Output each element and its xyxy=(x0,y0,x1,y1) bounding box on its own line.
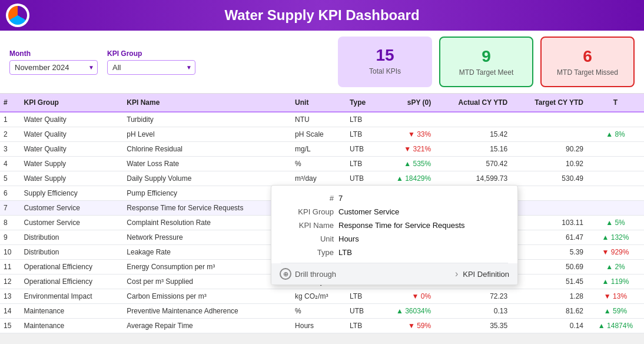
total-kpis-number: 15 xyxy=(352,46,418,65)
mtd-missed-card: 6 MTD Target Missed xyxy=(540,37,635,87)
cell-target: 1.28 xyxy=(511,289,587,304)
cell-type: LTB xyxy=(346,112,377,127)
cell-trend xyxy=(587,201,644,216)
cell-num: 4 xyxy=(0,157,20,171)
popup-hash-label: # xyxy=(281,194,334,203)
cell-kpi-name: pH Level xyxy=(123,127,291,142)
table-row[interactable]: 1 Water Quality Turbidity NTU LTB xyxy=(0,112,644,127)
cell-num: 15 xyxy=(0,319,20,333)
col-target: Target CY YTD xyxy=(511,94,587,112)
popup-unit-label: Unit xyxy=(281,234,334,243)
kpi-detail-popup: # 7 KPI Group Customer Service KPI Name … xyxy=(271,185,518,285)
cell-kpi-group: Environmental Impact xyxy=(20,289,123,304)
cell-num: 9 xyxy=(0,230,20,245)
cell-actual: 15.42 xyxy=(434,127,511,142)
cell-kpi-group: Maintenance xyxy=(20,319,123,333)
mtd-missed-label: MTD Target Missed xyxy=(556,68,619,77)
cell-num: 12 xyxy=(0,274,20,289)
popup-row-num: # 7 xyxy=(281,191,508,205)
mtd-meet-card: 9 MTD Target Meet xyxy=(439,37,533,87)
month-select-wrapper[interactable]: November 2024 xyxy=(9,60,98,75)
cell-unit: m³/day xyxy=(291,171,346,186)
page-title: Water Supply KPI Dashboard xyxy=(224,7,419,24)
mtd-missed-number: 6 xyxy=(556,47,619,66)
cell-type: UTB xyxy=(346,171,377,186)
cell-py: ▼ 0% xyxy=(377,289,434,304)
cell-trend: ▲ 2% xyxy=(587,260,644,274)
cell-unit: % xyxy=(291,304,346,319)
popup-row-kpi-name: KPI Name Response Time for Service Reque… xyxy=(281,219,508,232)
cell-type: LTB xyxy=(346,157,377,171)
cell-trend xyxy=(587,112,644,127)
cell-kpi-group: Operational Efficiency xyxy=(20,260,123,274)
cell-trend: ▲ 132% xyxy=(587,230,644,245)
cell-target: 530.49 xyxy=(511,171,587,186)
cell-target: 5.39 xyxy=(511,245,587,260)
col-kpi-group: KPI Group xyxy=(20,94,123,112)
cell-actual xyxy=(434,112,511,127)
table-row[interactable]: 5 Water Supply Daily Supply Volume m³/da… xyxy=(0,171,644,186)
col-kpi-name: KPI Name xyxy=(123,94,291,112)
col-actual: Actual CY YTD xyxy=(434,94,511,112)
table-row[interactable]: 2 Water Quality pH Level pH Scale LTB ▼ … xyxy=(0,127,644,142)
popup-footer[interactable]: ⊕ Drill through › KPI Definition xyxy=(271,263,517,285)
month-label: Month xyxy=(9,49,98,58)
cell-num: 13 xyxy=(0,289,20,304)
cell-kpi-name: Complaint Resolution Rate xyxy=(123,216,291,230)
cell-kpi-group: Customer Service xyxy=(20,216,123,230)
month-select[interactable]: November 2024 xyxy=(9,60,98,75)
total-kpis-label: Total KPIs xyxy=(352,67,418,75)
cell-trend: ▲ 14874% xyxy=(587,319,644,333)
cell-num: 2 xyxy=(0,127,20,142)
cell-trend: ▲ 8% xyxy=(587,127,644,142)
cell-kpi-group: Water Quality xyxy=(20,142,123,157)
cell-trend xyxy=(587,157,644,171)
cell-num: 3 xyxy=(0,142,20,157)
cell-type: LTB xyxy=(346,319,377,333)
cell-unit: kg CO₂/m³ xyxy=(291,289,346,304)
cell-type: UTB xyxy=(346,304,377,319)
cell-num: 8 xyxy=(0,216,20,230)
table-row[interactable]: 4 Water Supply Water Loss Rate % LTB ▲ 5… xyxy=(0,157,644,171)
kpi-group-select[interactable]: All xyxy=(107,60,195,75)
cell-py: ▼ 59% xyxy=(377,319,434,333)
table-row[interactable]: 15 Maintenance Average Repair Time Hours… xyxy=(0,319,644,333)
cell-num: 11 xyxy=(0,260,20,274)
cell-type: LTB xyxy=(346,127,377,142)
table-row[interactable]: 13 Environmental Impact Carbon Emissions… xyxy=(0,289,644,304)
cell-target: 61.47 xyxy=(511,230,587,245)
kpi-summary-cards: 15 Total KPIs 9 MTD Target Meet 6 MTD Ta… xyxy=(338,37,635,87)
month-filter-group: Month November 2024 xyxy=(9,49,98,75)
table-row[interactable]: 3 Water Quality Chlorine Residual mg/L U… xyxy=(0,142,644,157)
drill-through-button[interactable]: ⊕ Drill through xyxy=(280,268,450,280)
cell-actual: 72.23 xyxy=(434,289,511,304)
cell-num: 5 xyxy=(0,171,20,186)
cell-unit: mg/L xyxy=(291,142,346,157)
cell-kpi-group: Water Quality xyxy=(20,112,123,127)
cell-type: UTB xyxy=(346,142,377,157)
cell-actual: 570.42 xyxy=(434,157,511,171)
kpi-group-select-wrapper[interactable]: All xyxy=(107,60,195,75)
popup-kpi-group-label: KPI Group xyxy=(281,207,334,216)
drill-through-label: Drill through xyxy=(295,270,336,279)
cell-kpi-name: Pump Efficiency xyxy=(123,186,291,201)
table-row[interactable]: 14 Maintenance Preventive Maintenance Ad… xyxy=(0,304,644,319)
cell-kpi-group: Operational Efficiency xyxy=(20,274,123,289)
app-header: Water Supply KPI Dashboard xyxy=(0,0,644,31)
table-container: # KPI Group KPI Name Unit Type sPY (0) A… xyxy=(0,94,644,333)
cell-target xyxy=(511,186,587,201)
cell-num: 1 xyxy=(0,112,20,127)
app-root: Water Supply KPI Dashboard Month Novembe… xyxy=(0,0,644,333)
cell-kpi-group: Distribution xyxy=(20,230,123,245)
cell-unit: Hours xyxy=(291,319,346,333)
cell-kpi-name: Energy Consumption per m³ xyxy=(123,260,291,274)
cell-type: LTB xyxy=(346,289,377,304)
cell-py: ▲ 18429% xyxy=(377,171,434,186)
cell-kpi-name: Average Repair Time xyxy=(123,319,291,333)
cell-unit: % xyxy=(291,157,346,171)
popup-type-value: LTB xyxy=(338,248,352,257)
cell-target: 51.45 xyxy=(511,274,587,289)
cell-py: ▼ 33% xyxy=(377,127,434,142)
popup-type-label: Type xyxy=(281,248,334,257)
cell-trend xyxy=(587,186,644,201)
